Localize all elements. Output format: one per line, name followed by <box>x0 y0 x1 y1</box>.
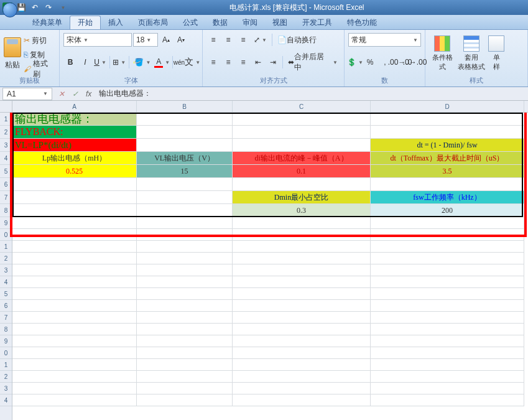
cell-A2[interactable]: FLYBACK: <box>12 126 137 139</box>
col-head-B[interactable]: B <box>137 101 233 112</box>
empty-cell[interactable] <box>233 359 371 371</box>
empty-cell[interactable] <box>233 241 371 253</box>
row-head-10[interactable]: 0 <box>0 229 12 241</box>
empty-cell[interactable] <box>137 371 233 383</box>
increase-indent-button[interactable]: ⇥ <box>266 55 280 69</box>
empty-cell[interactable] <box>12 347 137 359</box>
redo-icon[interactable]: ↷ <box>42 1 55 14</box>
empty-cell[interactable] <box>371 229 524 241</box>
row-head-17[interactable]: 7 <box>0 312 12 324</box>
cell-A4[interactable]: Lp输出电感（mH） <box>12 152 137 165</box>
cell-D6[interactable] <box>371 178 524 191</box>
align-left-button[interactable]: ≡ <box>206 55 220 69</box>
formula-input[interactable]: 输出电电感器： <box>95 87 528 100</box>
empty-cell[interactable] <box>371 253 524 264</box>
row-head-5[interactable]: 5 <box>0 165 12 178</box>
row-head-18[interactable]: 8 <box>0 324 12 335</box>
empty-cell[interactable] <box>233 371 371 383</box>
empty-cell[interactable] <box>12 335 137 347</box>
tab-special[interactable]: 特色功能 <box>340 16 384 29</box>
cell-A6[interactable] <box>12 178 137 191</box>
empty-cell[interactable] <box>137 288 233 300</box>
decrease-decimal-button[interactable]: .0→.00 <box>408 55 422 69</box>
empty-cell[interactable] <box>12 383 137 394</box>
empty-cell[interactable] <box>233 288 371 300</box>
cell-A1[interactable]: 输出电电感器： <box>12 113 137 126</box>
empty-cell[interactable] <box>233 324 371 335</box>
row-head-8[interactable]: 8 <box>0 204 12 217</box>
empty-cell[interactable] <box>371 312 524 324</box>
cell-C2[interactable] <box>233 126 371 139</box>
empty-cell[interactable] <box>137 335 233 347</box>
fill-color-button[interactable]: 🪣▼ <box>131 55 153 69</box>
empty-cell[interactable] <box>12 359 137 371</box>
enter-formula-icon[interactable]: ✓ <box>68 90 82 98</box>
empty-cell[interactable] <box>137 276 233 288</box>
cell-styles-button[interactable]: 单 样 <box>488 32 505 75</box>
empty-cell[interactable] <box>233 229 371 241</box>
font-name-select[interactable]: 宋体▼ <box>63 33 132 47</box>
cell-A7[interactable] <box>12 191 137 204</box>
empty-cell[interactable] <box>12 276 137 288</box>
paste-button[interactable]: 粘贴 <box>4 32 21 75</box>
underline-button[interactable]: U▼ <box>93 55 107 69</box>
office-button[interactable] <box>2 2 17 17</box>
empty-cell[interactable] <box>371 324 524 335</box>
tab-developer[interactable]: 开发工具 <box>295 16 340 29</box>
empty-cell[interactable] <box>12 312 137 324</box>
cell-D2[interactable] <box>371 126 524 139</box>
empty-cell[interactable] <box>137 300 233 312</box>
align-bottom-button[interactable]: ≡ <box>236 33 250 47</box>
empty-cell[interactable] <box>371 394 524 406</box>
format-as-table-button[interactable]: 套用 表格格式 <box>455 32 488 75</box>
row-head-21[interactable]: 1 <box>0 359 12 371</box>
row-head-3[interactable]: 3 <box>0 139 12 152</box>
cell-B1[interactable] <box>137 113 233 126</box>
undo-icon[interactable]: ↶ <box>29 1 41 14</box>
empty-grid-area[interactable] <box>12 217 528 420</box>
empty-cell[interactable] <box>12 253 137 264</box>
row-head-11[interactable]: 1 <box>0 241 12 253</box>
qat-more-icon[interactable]: ▼ <box>56 1 68 14</box>
empty-cell[interactable] <box>233 394 371 406</box>
tab-insert[interactable]: 插入 <box>101 16 131 29</box>
tab-classic-menu[interactable]: 经典菜单 <box>25 16 70 29</box>
row-head-20[interactable]: 0 <box>0 347 12 359</box>
merge-center-button[interactable]: ⬌合并后居中▼ <box>285 55 340 69</box>
empty-cell[interactable] <box>371 241 524 253</box>
format-painter-button[interactable]: 🖌 格式刷 <box>21 62 57 76</box>
empty-cell[interactable] <box>137 347 233 359</box>
fx-button[interactable]: fx <box>82 90 95 98</box>
empty-cell[interactable] <box>371 264 524 276</box>
row-head-24[interactable]: 4 <box>0 394 12 406</box>
empty-cell[interactable] <box>137 359 233 371</box>
row-head-22[interactable]: 2 <box>0 371 12 383</box>
cell-D7[interactable]: fsw工作频率（kHz） <box>371 191 524 204</box>
increase-font-button[interactable]: A▴ <box>159 33 173 47</box>
col-head-D[interactable]: D <box>371 101 524 112</box>
empty-cell[interactable] <box>12 371 137 383</box>
empty-cell[interactable] <box>371 300 524 312</box>
empty-cell[interactable] <box>371 276 524 288</box>
empty-cell[interactable] <box>137 312 233 324</box>
cell-C1[interactable] <box>233 113 371 126</box>
cell-C7[interactable]: Dmin最小占空比 <box>233 191 371 204</box>
phonetic-button[interactable]: wén文▼ <box>175 55 198 69</box>
cell-C8[interactable]: 0.3 <box>233 204 371 217</box>
row-head-7[interactable]: 7 <box>0 191 12 204</box>
tab-page-layout[interactable]: 页面布局 <box>131 16 175 29</box>
cell-B4[interactable]: VL输出电压（V） <box>137 152 233 165</box>
cell-A8[interactable] <box>12 204 137 217</box>
empty-cell[interactable] <box>371 359 524 371</box>
empty-cell[interactable] <box>137 383 233 394</box>
empty-cell[interactable] <box>137 324 233 335</box>
empty-cell[interactable] <box>12 324 137 335</box>
empty-cell[interactable] <box>371 288 524 300</box>
cell-D4[interactable]: dt（Toffmax）最大截止时间（uS） <box>371 152 524 165</box>
row-head-9[interactable]: 9 <box>0 217 12 229</box>
empty-cell[interactable] <box>371 347 524 359</box>
empty-cell[interactable] <box>233 300 371 312</box>
cell-B5[interactable]: 15 <box>137 165 233 178</box>
col-head-C[interactable]: C <box>233 101 371 112</box>
cell-B8[interactable] <box>137 204 233 217</box>
